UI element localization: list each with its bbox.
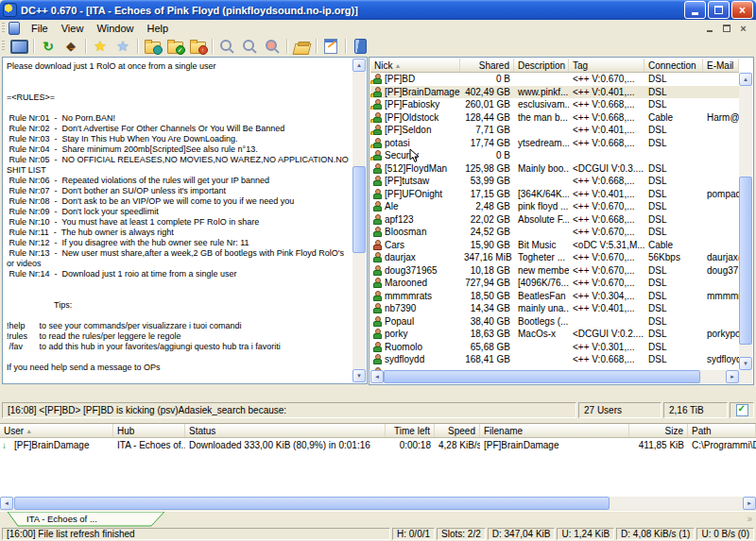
chat-scrollbar[interactable]: ▲ ▼	[352, 59, 366, 382]
public-hubs-button[interactable]	[8, 37, 30, 56]
user-icon	[372, 163, 382, 174]
menu-window[interactable]: Window	[90, 22, 140, 35]
transfer-col-size[interactable]: Size	[629, 424, 688, 437]
user-row[interactable]: apf12322,02 GBAbsolute F...<++ V:0.668,.…	[370, 213, 739, 227]
transfer-col-path[interactable]: Path	[688, 424, 756, 437]
user-row[interactable]: [PF]UFOnight17,15 GB[364K/64K...<++ V:0.…	[370, 188, 739, 201]
user-row[interactable]: porky18,63 GBMacOs-x<DCGUI V:0.2....DSLp…	[370, 328, 739, 341]
operator-user-icon	[372, 74, 382, 84]
settings-button[interactable]	[319, 37, 342, 56]
userlist-hscrollbar[interactable]: ◄ ►	[370, 370, 739, 383]
mdi-restore-button[interactable]	[719, 22, 733, 34]
user-row[interactable]: nb739014,34 GBmainly una...<++ V:0.401,.…	[370, 302, 739, 315]
user-row[interactable]: potasi17,74 GBytsedream...<++ V:0.668,..…	[370, 137, 739, 150]
user-row[interactable]: [PF]Oldstock128,44 GBthe man b...<++ V:0…	[370, 111, 739, 125]
user-row[interactable]: daurjax347,16 MiBTogheter ...<++ V:0.670…	[370, 251, 739, 264]
follow-redirect-icon: ◆	[66, 38, 76, 55]
user-row[interactable]: Popaul38,40 GBBootlegs (...DSL	[370, 315, 739, 329]
user-row[interactable]: [512]FloydMan125,98 GBMainly boo...<DCGU…	[370, 162, 739, 176]
transfer-col-hub[interactable]: Hub	[113, 424, 185, 437]
userlist-vscrollbar[interactable]: ▲ ▼	[739, 73, 752, 370]
hub-chat-pane[interactable]: Please download just 1 RolO at once from…	[2, 57, 368, 384]
open-filelist-button[interactable]	[290, 37, 313, 56]
user-row[interactable]: [PF]BD0 B<++ V:0.670,...DSL	[370, 73, 739, 86]
download-queue-button[interactable]	[141, 37, 163, 56]
menu-file[interactable]: File	[25, 22, 55, 35]
transfer-col-status[interactable]: Status	[185, 424, 386, 437]
mdi-close-button[interactable]: ×	[736, 22, 750, 34]
scroll-right-icon[interactable]: ►	[743, 497, 756, 510]
userlist-col-tag[interactable]: Tag	[569, 59, 644, 72]
user-row[interactable]: Ale2,48 GBpink floyd ...<++ V:0.670,...D…	[370, 200, 739, 213]
scroll-left-icon[interactable]: ◄	[370, 370, 384, 383]
toolbar-grip[interactable]	[2, 41, 5, 52]
scroll-left-icon[interactable]: ◄	[0, 497, 13, 510]
transfer-hscroll-thumb[interactable]	[14, 497, 610, 510]
finished-downloads-button[interactable]: ✓	[163, 37, 186, 56]
user-icon	[372, 342, 382, 352]
transfer-col-filename[interactable]: Filename	[480, 424, 629, 437]
user-row[interactable]: [PF]BrainDamage402,49 GBwww.pinkf...<++ …	[370, 86, 739, 99]
tab-hub-ita-echoes[interactable]: ITA - Echoes of ...	[6, 512, 166, 527]
user-row[interactable]: Security0 B	[370, 149, 739, 162]
transfer-col-user[interactable]: User▲	[0, 424, 113, 437]
userlist-col-description[interactable]: Description	[514, 59, 569, 72]
chat-scroll-thumb[interactable]	[352, 166, 366, 253]
search-spy-button[interactable]	[261, 37, 284, 56]
scroll-down-icon[interactable]: ▼	[352, 369, 366, 382]
reconnect-button[interactable]: ↻	[37, 37, 60, 56]
operator-user-icon	[372, 99, 382, 110]
restore-button[interactable]	[708, 1, 730, 19]
show-joins-checkbox[interactable]	[736, 404, 748, 416]
userlist-vscroll-thumb[interactable]	[739, 177, 752, 345]
user-row[interactable]: sydfloydd168,41 GB<++ V:0.668,...DSLsydf…	[370, 353, 739, 366]
transfer-col-time-left[interactable]: Time left	[386, 424, 435, 437]
tab-overflow-icon[interactable]: »	[747, 514, 752, 524]
status-panel-0: H: 0/0/1	[392, 528, 435, 540]
mdi-minimize-button[interactable]	[702, 22, 716, 34]
user-row[interactable]: [PF]Fabiosky260,01 GBesclusivam...<++ V:…	[370, 98, 739, 111]
transfer-hscrollbar[interactable]: ◄ ►	[0, 497, 756, 510]
search-button[interactable]	[215, 37, 238, 56]
scroll-down-icon[interactable]: ▼	[739, 357, 752, 370]
mdi-child-icon[interactable]	[9, 22, 20, 35]
userlist-hscroll-thumb[interactable]	[384, 370, 700, 383]
minimize-button[interactable]	[684, 1, 706, 19]
menubar-grip[interactable]	[2, 23, 5, 34]
userlist-col-shared[interactable]: Shared	[460, 59, 514, 72]
userlist-col-e-mail[interactable]: E-Mail	[703, 59, 739, 72]
adl-search-button[interactable]	[238, 37, 261, 56]
favorite-users-button[interactable]: ★	[112, 37, 134, 56]
follow-redirect-button[interactable]: ◆	[60, 37, 82, 56]
user-row[interactable]: Cars15,90 GBBit Music<oDC V:5.31,M...Cab…	[370, 239, 739, 252]
waiting-users-button[interactable]: ↑	[186, 37, 209, 56]
user-row[interactable]: Marooned727,94 GB[4096K/76...<++ V:0.670…	[370, 277, 739, 290]
user-row[interactable]: doug37196510,18 GBnew member<++ V:0.670,…	[370, 264, 739, 278]
status-panel-4: D: 4,08 KiB/s (1)	[616, 528, 695, 540]
sort-asc-icon: ▲	[26, 428, 32, 434]
toolbar-separator	[316, 39, 317, 54]
notepad-button[interactable]	[349, 37, 371, 56]
user-row[interactable]: [PF]tutsaw53,99 GB<++ V:0.668,...DSL	[370, 175, 739, 188]
operator-user-icon	[372, 112, 382, 123]
hub-motd-text: Please download just 1 RolO at once from…	[4, 59, 352, 382]
menu-view[interactable]: View	[55, 22, 91, 35]
userlist-col-connection[interactable]: Connection	[644, 59, 703, 72]
scroll-right-icon[interactable]: ►	[726, 370, 739, 383]
scroll-up-icon[interactable]: ▲	[352, 59, 366, 72]
status-panel-5: U: 0 B/s (0)	[696, 528, 754, 540]
scroll-up-icon[interactable]: ▲	[739, 73, 752, 86]
menu-help[interactable]: Help	[141, 22, 176, 35]
window-tabbar: ITA - Echoes of ... »	[0, 511, 756, 527]
user-row[interactable]: mmmmrats18,50 GBBeatlesFan<++ V:0.304,..…	[370, 290, 739, 303]
user-row[interactable]: Bloosman24,52 GB<++ V:0.670,...DSL	[370, 226, 739, 239]
transfer-row[interactable]: ↓[PF]BrainDamageITA - Echoes of...Downlo…	[0, 439, 756, 452]
reconnect-icon: ↻	[43, 38, 54, 55]
transfer-col-speed[interactable]: Speed	[435, 424, 480, 437]
close-button[interactable]: ×	[731, 1, 753, 19]
transfer-body: ↓[PF]BrainDamageITA - Echoes of...Downlo…	[0, 439, 756, 497]
user-row[interactable]: [PF]Seldon7,71 GB<++ V:0.401,...DSL	[370, 124, 739, 137]
favorite-hubs-button[interactable]: ★	[89, 37, 112, 56]
user-row[interactable]: Ruomolo65,68 GB<++ V:0.301,...DSL	[370, 341, 739, 354]
userlist-col-nick[interactable]: Nick▲	[370, 59, 460, 72]
